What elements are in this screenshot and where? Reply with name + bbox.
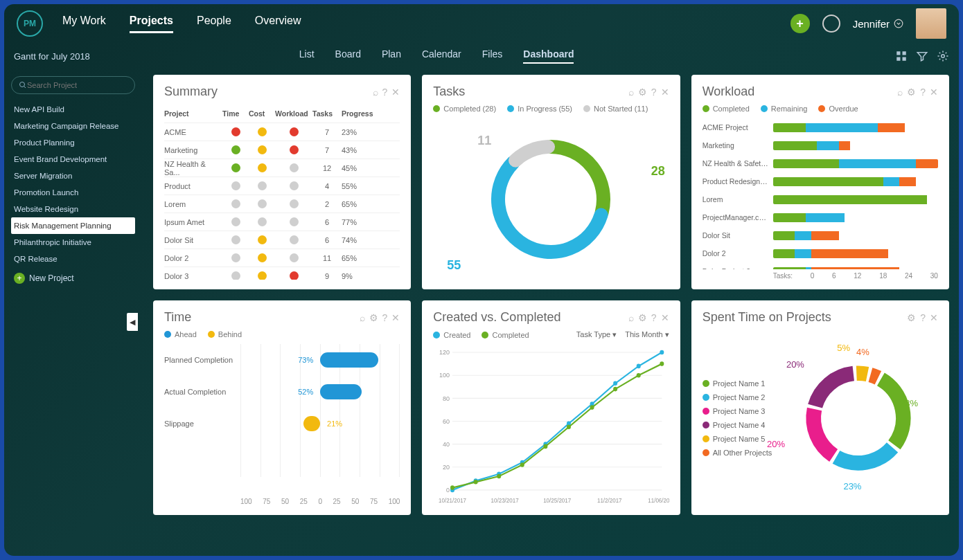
svg-text:100: 100 xyxy=(439,371,450,379)
sidebar-item[interactable]: Product Planning xyxy=(11,134,135,151)
svg-point-0 xyxy=(894,19,903,28)
sidebar: New API BuildMarketing Campaign ReleaseP… xyxy=(4,69,139,556)
user-menu[interactable]: Jennifer xyxy=(853,18,903,30)
collapse-sidebar-button[interactable]: ◀ xyxy=(127,313,138,331)
search-icon[interactable]: ⌕ xyxy=(373,87,378,98)
table-row[interactable]: Dolor Sit674% xyxy=(164,231,400,249)
sidebar-item[interactable]: Promotion Launch xyxy=(11,184,135,201)
legend-item: Created xyxy=(433,330,470,339)
nav-item-my-work[interactable]: My Work xyxy=(62,15,106,33)
sidebar-item[interactable]: Marketing Campaign Release xyxy=(11,118,135,134)
table-row[interactable]: Marketing743% xyxy=(164,141,400,159)
settings-icon[interactable]: ⚙ xyxy=(638,312,647,323)
subnav-plan[interactable]: Plan xyxy=(382,48,401,64)
legend-item: Project Name 2 xyxy=(703,393,772,401)
legend-item: Project Name 3 xyxy=(703,407,772,415)
legend-item: All Other Projects xyxy=(703,449,772,457)
table-row[interactable]: Dolor 399% xyxy=(164,267,400,280)
pie-slice-label: 28% xyxy=(900,398,918,408)
gear-icon[interactable] xyxy=(937,50,949,62)
filter-dropdown[interactable]: This Month ▾ xyxy=(625,330,669,339)
close-icon[interactable]: ✕ xyxy=(661,87,669,98)
avatar[interactable] xyxy=(916,8,946,39)
timer-icon[interactable] xyxy=(822,15,840,33)
nav-item-people[interactable]: People xyxy=(197,15,231,33)
nav-item-overview[interactable]: Overview xyxy=(255,15,301,33)
card-title: Summary xyxy=(164,84,218,99)
table-row[interactable]: ACME723% xyxy=(164,123,400,141)
card-title: Workload xyxy=(703,84,755,99)
legend-item: Behind xyxy=(208,330,242,338)
help-icon[interactable]: ? xyxy=(651,87,657,98)
search-icon xyxy=(19,81,27,89)
svg-text:80: 80 xyxy=(443,394,450,402)
help-icon[interactable]: ? xyxy=(382,312,388,323)
subnav-dashboard[interactable]: Dashboard xyxy=(523,48,574,64)
table-row[interactable]: Lorem265% xyxy=(164,195,400,213)
search-icon[interactable]: ⌕ xyxy=(628,312,634,323)
add-button[interactable]: + xyxy=(790,14,810,33)
sidebar-item[interactable]: Event Brand Development xyxy=(11,151,135,168)
workload-card: Workload ⌕⚙?✕ CompletedRemainingOverdue … xyxy=(691,75,949,289)
main-nav: My WorkProjectsPeopleOverview xyxy=(62,15,301,33)
sidebar-item[interactable]: Philanthropic Initiative xyxy=(11,234,135,251)
help-icon[interactable]: ? xyxy=(920,312,926,323)
sidebar-item[interactable]: QR Release xyxy=(11,251,135,267)
subnav-files[interactable]: Files xyxy=(482,48,503,64)
close-icon[interactable]: ✕ xyxy=(391,87,400,98)
pie-slice-label: 23% xyxy=(843,481,861,491)
close-icon[interactable]: ✕ xyxy=(391,312,400,323)
column-header: Project xyxy=(164,109,222,118)
created-vs-completed-card: Created vs. Completed ⌕⚙?✕ CreatedComple… xyxy=(422,300,680,515)
help-icon[interactable]: ? xyxy=(651,312,657,323)
filter-icon[interactable] xyxy=(916,50,928,62)
sidebar-item[interactable]: Server Migration xyxy=(11,168,135,184)
subnav-list[interactable]: List xyxy=(299,48,315,64)
table-row[interactable]: Ipsum Amet677% xyxy=(164,213,400,231)
workload-row: Dolor Sit xyxy=(703,226,938,244)
legend-item: Completed xyxy=(482,330,529,339)
subnav-calendar[interactable]: Calendar xyxy=(422,48,461,64)
sub-nav: ListBoardPlanCalendarFilesDashboard xyxy=(299,48,574,64)
grid-view-icon[interactable] xyxy=(895,50,908,62)
spent-time-card: Spent Time on Projects ⚙?✕ Project Name … xyxy=(691,300,949,515)
help-icon[interactable]: ? xyxy=(920,87,926,98)
svg-text:10/23/2017: 10/23/2017 xyxy=(491,496,519,503)
workload-row: ACME Project xyxy=(703,118,938,136)
table-row[interactable]: NZ Health & Sa...1245% xyxy=(164,159,400,177)
subnav-board[interactable]: Board xyxy=(335,48,361,64)
column-header: Cost xyxy=(249,109,275,118)
time-row: Slippage21% xyxy=(164,408,400,440)
table-row[interactable]: Dolor 21165% xyxy=(164,249,400,267)
settings-icon[interactable]: ⚙ xyxy=(907,87,916,98)
search-input[interactable] xyxy=(27,81,127,89)
tasks-donut-chart: 11 28 55 xyxy=(433,118,669,280)
close-icon[interactable]: ✕ xyxy=(930,312,938,323)
new-project-button[interactable]: +New Project xyxy=(11,267,135,289)
workload-row: Product Redesign We... xyxy=(703,172,938,190)
search-icon[interactable]: ⌕ xyxy=(360,312,365,323)
help-icon[interactable]: ? xyxy=(382,87,388,98)
sidebar-item[interactable]: Risk Management Planning xyxy=(11,217,135,234)
nav-item-projects[interactable]: Projects xyxy=(130,15,173,33)
svg-point-6 xyxy=(20,82,25,87)
search-project[interactable] xyxy=(11,76,135,94)
settings-icon[interactable]: ⚙ xyxy=(638,87,647,98)
search-icon[interactable]: ⌕ xyxy=(897,87,903,98)
time-card: Time ⌕⚙?✕ AheadBehind Planned Completion… xyxy=(153,300,411,515)
filter-dropdown[interactable]: Task Type ▾ xyxy=(576,330,617,339)
workload-row: ProjectManager.com ... xyxy=(703,208,938,226)
donut-value-inprogress: 55 xyxy=(447,258,461,273)
table-row[interactable]: Product455% xyxy=(164,177,400,195)
settings-icon[interactable]: ⚙ xyxy=(369,312,378,323)
sidebar-item[interactable]: New API Build xyxy=(11,101,135,118)
sidebar-item[interactable]: Website Redesign xyxy=(11,201,135,217)
svg-rect-4 xyxy=(903,57,906,61)
svg-text:10/25/2017: 10/25/2017 xyxy=(543,496,571,503)
settings-icon[interactable]: ⚙ xyxy=(907,312,916,323)
search-icon[interactable]: ⌕ xyxy=(628,87,634,98)
close-icon[interactable]: ✕ xyxy=(661,312,669,323)
column-header: Workload xyxy=(275,109,312,118)
close-icon[interactable]: ✕ xyxy=(930,87,938,98)
logo[interactable]: PM xyxy=(17,10,43,37)
